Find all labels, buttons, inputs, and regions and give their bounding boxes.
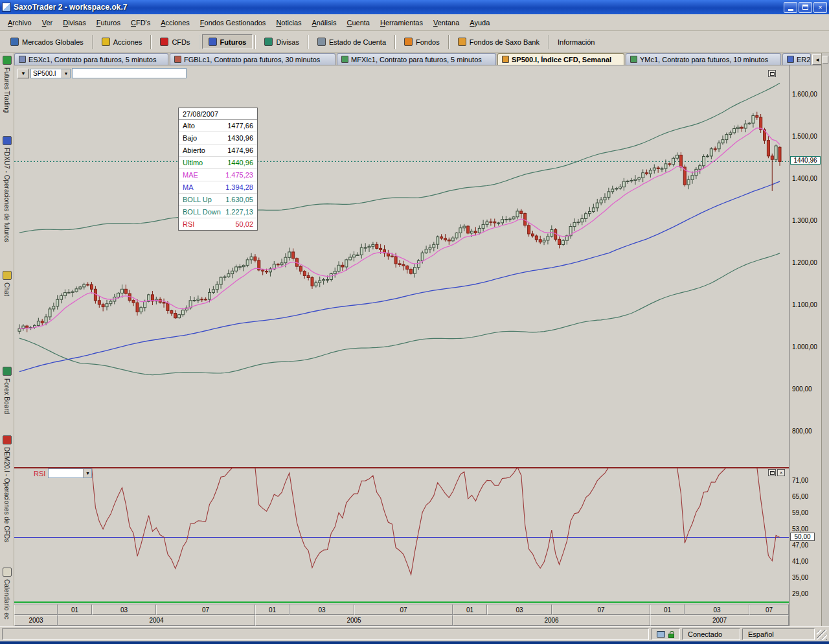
sidebar-item-futures-trading[interactable]: Futures Trading: [0, 56, 14, 113]
menu-ver[interactable]: Ver: [37, 16, 58, 29]
toolbar-futuros[interactable]: Futuros: [202, 34, 253, 49]
indicator-combo[interactable]: ▼: [48, 468, 92, 478]
tab-fgblc1[interactable]: FGBLc1, Contrato para futuros, 30 minuto…: [170, 53, 335, 65]
symbol-combo[interactable]: SP500.I ▼: [30, 69, 71, 78]
rsi-chart[interactable]: [14, 467, 789, 603]
menu-divisas[interactable]: Divisas: [58, 16, 91, 29]
toolbar-fondos[interactable]: Fondos: [398, 34, 446, 49]
price-panel-buttons: [768, 70, 776, 77]
month-cell: 01: [58, 604, 92, 615]
toolbar-fondos-de-saxo-bank[interactable]: Fondos de Saxo Bank: [451, 34, 546, 49]
toolbar-separator: [548, 35, 549, 49]
sidebar-item-chat[interactable]: Chat: [0, 271, 14, 296]
calendar-icon: [3, 568, 12, 577]
price-axis-label: 1.100,00: [792, 301, 817, 308]
tab-scroll-buttons[interactable]: ◄►: [812, 54, 821, 65]
menu-herramientas[interactable]: Herramientas: [375, 16, 428, 29]
price-axis-label: 1.600,00: [792, 91, 817, 98]
scroll-left-icon[interactable]: ◄: [815, 57, 820, 63]
tab-mfxic1[interactable]: MFXIc1, Contrato para futuros, 5 minutos: [337, 53, 496, 65]
scrollbar-thumb[interactable]: [823, 56, 828, 63]
rsi-axis-label: 41,00: [792, 558, 808, 565]
rsi-axis-label: 29,00: [792, 590, 808, 597]
year-cell-2005: 2005: [255, 615, 453, 626]
sidebar-item-fdxu7-operaciones-de-futuros[interactable]: FDXU7 - Operaciones de futuros: [0, 136, 14, 242]
tab-label: ESXc1, Contrato para futuros, 5 minutos: [28, 56, 157, 63]
price-axis-label: 1.400,00: [792, 175, 817, 182]
price-axis[interactable]: 1440,96 50,00 1.600,001.500,001.400,001.…: [789, 65, 821, 626]
tooltip-row-value: 1.630,05: [225, 194, 253, 205]
restore-panel-button[interactable]: [768, 70, 776, 77]
funds-icon: [404, 38, 413, 46]
tab-sp500-i[interactable]: SP500.I, Índice CFD, Semanal: [497, 53, 624, 65]
toolbar-separator: [150, 35, 152, 49]
window-bottom-border: [0, 641, 829, 644]
symbol-search-input[interactable]: [72, 68, 187, 78]
menu-archivo[interactable]: Archivo: [3, 16, 37, 29]
month-cell: 03: [290, 604, 354, 615]
toolbar-divisas[interactable]: Divisas: [258, 34, 305, 49]
toolbar-acciones[interactable]: Acciones: [95, 34, 149, 49]
futures-icon: [209, 38, 217, 46]
menu-acciones[interactable]: Acciones: [155, 16, 195, 29]
chevron-down-icon: ▼: [83, 469, 91, 477]
tooltip-row-value: 1440,96: [227, 157, 253, 168]
chart-icon: [787, 56, 794, 63]
menu-cfd-s[interactable]: CFD's: [126, 16, 155, 29]
month-cell: [14, 604, 58, 615]
sidebar-item-forex-board[interactable]: Forex Board: [0, 367, 14, 414]
tab-esxc1[interactable]: ESXc1, Contrato para futuros, 5 minutos: [14, 53, 168, 65]
restore-button[interactable]: [799, 2, 812, 13]
price-chart[interactable]: [14, 65, 789, 467]
tooltip-row-abierto: Abierto1474,96: [179, 144, 257, 157]
status-message-panel: [2, 628, 649, 640]
toolbar-estado-de-cuenta[interactable]: Estado de Cuenta: [311, 34, 392, 49]
tooltip-row-label: Ultimo: [183, 157, 203, 168]
chart-controls: ▼ SP500.I ▼: [17, 68, 187, 78]
toolbar-cfds[interactable]: CFDs: [153, 34, 196, 49]
menu-noticias[interactable]: Noticias: [271, 16, 306, 29]
toolbar-informaci-n[interactable]: Información: [551, 35, 601, 49]
tab-ymc1[interactable]: YMc1, Contrato para futuros, 10 minutos: [626, 53, 781, 65]
toolbar-separator: [448, 35, 449, 49]
language-selector[interactable]: Español: [742, 628, 815, 640]
secure-lock-icon: [668, 634, 674, 638]
cfd-doc-icon: [3, 435, 12, 444]
menu-an-lisis[interactable]: Análisis: [307, 16, 342, 29]
titlebar: SaxoTrader 2 - workspace.ok.7 ×: [0, 0, 829, 14]
tooltip-row-mae: MAE1.475,23: [179, 169, 257, 181]
sidebar-item-calendario-ec[interactable]: Calendario ec: [0, 568, 14, 619]
close-panel-button[interactable]: ×: [777, 469, 785, 476]
year-cell-2004: 2004: [58, 615, 255, 626]
restore-icon: [802, 5, 808, 10]
toolbar: Mercados GlobalesAccionesCFDsFuturosDivi…: [0, 31, 829, 53]
toolbar-label-cfds: CFDs: [172, 38, 190, 46]
forex-board-icon: [3, 367, 12, 376]
toolbar-label-fondos: Fondos: [416, 38, 440, 46]
tooltip-row-bajo: Bajo1430,96: [179, 132, 257, 144]
vertical-scrollbar[interactable]: [821, 53, 829, 626]
rsi-axis-label: 53,00: [792, 525, 808, 533]
chart-menu-button[interactable]: ▼: [17, 69, 29, 78]
menu-fondos-gestionados[interactable]: Fondos Gestionados: [195, 16, 271, 29]
toolbar-separator: [92, 35, 93, 49]
tab-er2[interactable]: ER2: [782, 53, 811, 65]
month-cell: 03: [487, 604, 552, 615]
minimize-button[interactable]: [784, 2, 797, 13]
toolbar-label-mercados-globales: Mercados Globales: [22, 38, 84, 46]
menu-cuenta[interactable]: Cuenta: [341, 16, 374, 29]
menu-ventana[interactable]: Ventana: [428, 16, 464, 29]
close-button[interactable]: ×: [813, 2, 827, 13]
price-axis-label: 1.000,00: [792, 343, 817, 351]
toolbar-mercados-globales[interactable]: Mercados Globales: [4, 34, 90, 49]
resize-grip[interactable]: [817, 630, 827, 640]
restore-panel-button[interactable]: [768, 469, 776, 476]
menu-futuros[interactable]: Futuros: [91, 16, 126, 29]
last-price-label: 1440,96: [790, 156, 821, 165]
menu-ayuda[interactable]: Ayuda: [464, 16, 495, 29]
chevron-down-icon: ▼: [62, 69, 70, 78]
rsi-axis-label: 65,00: [792, 493, 808, 500]
sidebar-item-dem20-i-operaciones-de-cfds[interactable]: DEM20.I - Operaciones de CFDs: [0, 435, 14, 542]
chart-data-tooltip: 27/08/2007 Alto1477,66Bajo1430,96Abierto…: [178, 108, 258, 231]
rsi-axis-label: 47,00: [792, 542, 808, 549]
